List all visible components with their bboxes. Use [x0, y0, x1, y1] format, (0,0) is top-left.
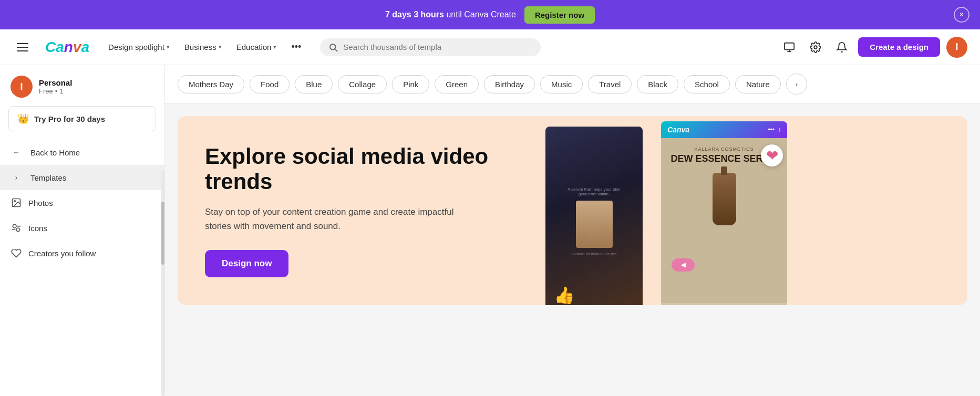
chip-travel[interactable]: Travel	[588, 75, 632, 93]
navbar: Canva Design spotlight ▾ Business ▾ Educ…	[0, 29, 980, 65]
dots-icon: •••	[768, 126, 775, 133]
sidebar-item-icons[interactable]: Icons	[0, 215, 164, 241]
crown-icon: 👑	[17, 113, 29, 124]
sidebar-item-creators[interactable]: Creators you follow	[0, 241, 164, 266]
thumbs-up-icon: 👍	[554, 285, 575, 305]
try-pro-button[interactable]: 👑 Try Pro for 30 days	[8, 106, 156, 131]
svg-point-5	[814, 46, 818, 49]
gear-icon	[810, 41, 821, 53]
product-image	[576, 201, 613, 248]
sidebar-item-label: Icons	[28, 224, 47, 233]
sidebar-scrollbar-thumb	[161, 202, 164, 265]
canva-logo-small: Canva	[667, 126, 689, 134]
hamburger-line	[17, 47, 28, 48]
hamburger-menu-button[interactable]	[13, 39, 33, 56]
sidebar-avatar: I	[11, 76, 33, 98]
sidebar-username: Personal	[39, 78, 72, 87]
svg-point-8	[13, 224, 16, 228]
sidebar-item-label: Back to Home	[30, 148, 80, 157]
sidebar-tier: Free • 1	[39, 87, 72, 95]
hamburger-line	[17, 43, 28, 44]
sidebar-scrollbar[interactable]	[161, 170, 164, 396]
search-input[interactable]	[343, 43, 532, 51]
content-area: Mothers Day Food Blue Collage Pink Green…	[165, 65, 980, 396]
sidebar-user-info: Personal Free • 1	[39, 78, 72, 95]
hero-title: Explore social media video trends	[205, 144, 520, 195]
pink-cta-button: ◀	[672, 258, 695, 272]
chip-black[interactable]: Black	[637, 75, 678, 93]
sidebar-item-templates[interactable]: › Templates	[0, 165, 164, 190]
chevron-down-icon: ▾	[167, 44, 170, 50]
chip-food[interactable]: Food	[250, 75, 290, 93]
play-icon: ◀	[681, 262, 685, 268]
search-icon	[328, 43, 338, 52]
nav-business[interactable]: Business ▾	[178, 38, 228, 56]
sidebar: I Personal Free • 1 👑 Try Pro for 30 day…	[0, 65, 165, 396]
canva-header-icons: ••• ↑	[768, 126, 781, 133]
sidebar-item-photos[interactable]: Photos	[0, 190, 164, 215]
hero-banner: Explore social media video trends Stay o…	[178, 116, 967, 305]
hero-subtitle: Stay on top of your content creation gam…	[205, 205, 457, 233]
hero-content: Explore social media video trends Stay o…	[178, 116, 545, 305]
hero-image-left: A serum that helps your skinglow from wi…	[545, 127, 643, 305]
nav-education[interactable]: Education ▾	[230, 38, 283, 56]
chip-blue[interactable]: Blue	[295, 75, 333, 93]
design-now-button[interactable]: Design now	[205, 250, 288, 277]
chip-school[interactable]: School	[684, 75, 730, 93]
sidebar-user: I Personal Free • 1	[0, 65, 164, 106]
main-layout: I Personal Free • 1 👑 Try Pro for 30 day…	[0, 65, 980, 396]
top-banner: 7 days 3 hours until Canva Create Regist…	[0, 0, 980, 29]
hero-images: A serum that helps your skinglow from wi…	[545, 116, 787, 305]
monitor-icon-button[interactable]	[779, 37, 799, 57]
chip-nature[interactable]: Nature	[735, 75, 781, 93]
nav-links: Design spotlight ▾ Business ▾ Education …	[102, 37, 307, 57]
photo-icon	[11, 197, 22, 209]
hamburger-line	[17, 50, 28, 51]
arrow-left-icon: ←	[11, 147, 22, 158]
chevron-right-icon: ›	[11, 172, 22, 183]
icons-icon	[11, 222, 22, 234]
register-now-button[interactable]: Register now	[524, 6, 595, 24]
dark-product-bg: A serum that helps your skinglow from wi…	[545, 127, 643, 305]
sidebar-item-label: Creators you follow	[28, 249, 96, 258]
settings-icon-button[interactable]	[806, 37, 826, 57]
notifications-icon-button[interactable]	[832, 37, 852, 57]
chip-more-button[interactable]: ›	[786, 74, 807, 95]
chip-collage[interactable]: Collage	[338, 75, 387, 93]
chevron-down-icon: ▾	[273, 44, 276, 50]
svg-point-9	[16, 228, 20, 232]
svg-rect-2	[785, 43, 794, 49]
product-bottle	[713, 173, 736, 225]
chip-music[interactable]: Music	[540, 75, 583, 93]
banner-text: 7 days 3 hours until Canva Create	[385, 10, 516, 19]
canva-card-header: Canva ••• ↑	[661, 121, 787, 138]
canva-logo[interactable]: Canva	[45, 39, 89, 56]
category-chips-bar: Mothers Day Food Blue Collage Pink Green…	[165, 65, 980, 103]
nav-more-button[interactable]: •••	[285, 37, 307, 57]
nav-design-spotlight[interactable]: Design spotlight ▾	[102, 38, 176, 56]
chip-green[interactable]: Green	[435, 75, 479, 93]
sidebar-item-label: Photos	[28, 199, 53, 207]
sidebar-item-label: Templates	[30, 173, 66, 182]
hero-image-right: Canva ••• ↑ ❤ Kallara Cosmetics DEW ESSE…	[661, 121, 787, 305]
sidebar-item-back-to-home[interactable]: ← Back to Home	[0, 140, 164, 165]
bell-icon	[836, 41, 848, 53]
chevron-down-icon: ▾	[219, 44, 222, 50]
close-banner-button[interactable]: ×	[954, 7, 969, 23]
svg-point-7	[14, 201, 15, 202]
search-bar	[320, 38, 541, 56]
create-design-button[interactable]: Create a design	[858, 37, 940, 57]
product-card: ❤ Kallara Cosmetics DEW ESSENCE SERUM ◀	[661, 138, 787, 303]
nav-actions: Create a design I	[779, 37, 967, 58]
chip-birthday[interactable]: Birthday	[484, 75, 535, 93]
sidebar-nav: ← Back to Home › Templates Photos	[0, 140, 164, 266]
monitor-icon	[783, 41, 795, 53]
brand-label: Kallara Cosmetics	[694, 147, 754, 152]
chip-pink[interactable]: Pink	[392, 75, 429, 93]
svg-line-1	[335, 49, 337, 51]
avatar[interactable]: I	[946, 37, 967, 58]
heart-float-icon: ❤	[761, 144, 783, 166]
chip-mothers-day[interactable]: Mothers Day	[178, 75, 244, 93]
heart-icon	[11, 247, 22, 259]
share-icon: ↑	[778, 126, 781, 133]
